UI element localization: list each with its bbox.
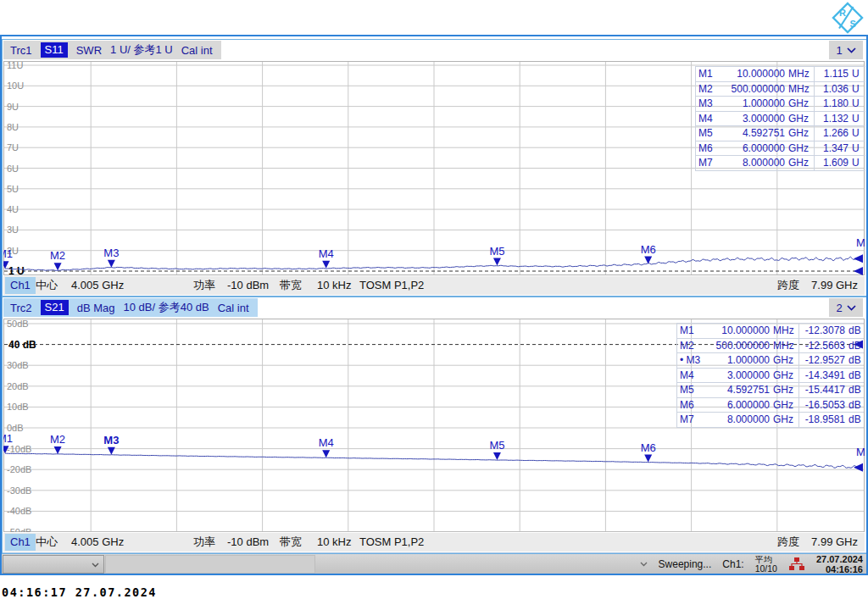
marker-triangle[interactable] [854,463,863,472]
y-axis-tick-label: -50dB [7,527,31,532]
marker-table-row: M110.000000MHz-12.3078dB [677,324,864,339]
marker-table-row: M31.000000GHz1.180U [696,97,865,112]
channel2-bar: Ch1 中心 4.005 GHz 功率 -10 dBm 带宽 10 kHz TO… [3,533,865,552]
status-bar: Sweeping... Ch1: 平均 10/10 27.07.2024 04:… [2,552,866,574]
marker-label: M6 [641,441,656,454]
marker-label: M7 [856,446,865,458]
rohde-schwarz-logo: R S [831,1,865,35]
y-axis-tick-label: 3U [7,225,19,235]
window2-number: 2 [836,302,842,314]
ref-level-arrow [854,267,863,275]
marker-table-row: • M31.000000GHz-12.9527dB [677,353,864,369]
marker-label: M1 [3,432,13,445]
marker-label: M3 [103,434,119,446]
window2-selector[interactable]: 2 [829,298,863,317]
trace1-sparam-badge[interactable]: S11 [41,42,68,58]
y-axis-tick-label: 10dB [7,402,29,412]
marker-triangle[interactable] [493,452,501,460]
trace1-name[interactable]: Trc1 [10,44,32,57]
marker-label: M2 [50,433,65,446]
span-label: 跨度 [777,276,799,295]
marker-table-row: M54.592751GHz-15.4417dB [677,383,864,398]
status-panel [105,555,315,574]
marker-triangle[interactable] [108,447,115,455]
marker-triangle[interactable] [644,257,652,264]
marker-label: M5 [489,439,504,452]
y-axis-tick-label: -10dB [7,444,31,454]
marker-label: M6 [641,243,656,256]
status-date: 27.07.2024 [816,554,863,564]
vna-screen: R S Trc1 S11 SWR 1 U/ 参考1 U Cal int 1 11… [0,0,868,610]
marker-table-row: M66.000000GHz1.347U [696,141,865,157]
status-time: 04:16:16 [816,564,863,574]
ref-level-label: 40 dB [8,339,36,351]
marker-table-row: M54.592751GHz1.266U [696,126,865,141]
marker-triangle[interactable] [322,450,330,458]
center-freq-value[interactable]: 4.005 GHz [71,533,124,552]
trace2-cal-state: Cal int [218,302,249,314]
y-axis-tick-label: 10U [7,80,24,91]
marker-triangle[interactable] [54,446,62,454]
y-axis-tick-label: 6U [7,164,19,174]
channel1-bar: Ch1 中心 4.005 GHz 功率 -10 dBm 带宽 10 kHz TO… [3,276,865,295]
trace1-cal-state: Cal int [181,44,213,57]
logo-letter-s: S [850,19,856,29]
marker-triangle[interactable] [108,260,115,268]
chevron-down-icon [847,47,856,53]
logo-letter-r: R [839,8,846,18]
channel-chip[interactable]: Ch1 [5,534,36,551]
marker-table-row: M78.000000GHz-18.9581dB [677,413,864,428]
bandwidth-label: 带宽 [280,533,302,552]
window1-selector[interactable]: 1 [829,41,863,59]
chevron-down-icon[interactable] [640,562,648,567]
span-label: 跨度 [777,533,799,552]
status-channel-label: Ch1: [722,558,743,570]
power-value[interactable]: -10 dBm [227,533,269,552]
trace2-format[interactable]: dB Mag [77,302,115,314]
ref-level-label: 1 U [8,265,25,275]
cal-method-value: TOSM P1,P2 [359,276,424,295]
y-axis-tick-label: 8U [7,122,19,132]
power-value[interactable]: -10 dBm [227,276,269,295]
average-value: 10/10 [755,564,777,574]
marker-triangle[interactable] [493,258,501,266]
marker-table-row: M43.000000GHz-14.3491dB [677,369,864,384]
marker-triangle[interactable] [54,263,62,270]
marker-triangle[interactable] [322,261,330,269]
average-counter: 平均 10/10 [755,555,777,574]
y-axis-tick-label: 20dB [7,381,29,391]
center-freq-value[interactable]: 4.005 GHz [71,276,124,295]
trace2-scale[interactable]: 10 dB/ 参考40 dB [123,300,209,315]
marker-table-row: M66.000000GHz-16.5053dB [677,398,864,413]
marker-table-row: M110.000000MHz1.115U [696,67,865,82]
bandwidth-label: 带宽 [280,276,302,295]
chevron-down-icon [847,305,856,311]
channel-chip[interactable]: Ch1 [5,277,36,294]
trace2-sparam-badge[interactable]: S21 [41,300,69,315]
status-dropdown[interactable] [3,555,104,574]
marker-label: M4 [319,247,334,260]
y-axis-tick-label: 30dB [7,360,29,370]
marker-label: M5 [489,245,504,258]
marker-table-row: M2500.000000MHz1.036U [696,82,865,97]
marker-triangle[interactable] [854,254,863,263]
trace1-format[interactable]: SWR [76,44,102,57]
bandwidth-value[interactable]: 10 kHz [317,533,351,552]
trace1-scale[interactable]: 1 U/ 参考1 U [110,42,173,58]
bandwidth-value[interactable]: 10 kHz [317,276,351,295]
y-axis-tick-label: 50dB [7,319,29,329]
marker-label: M1 [3,247,13,260]
center-freq-label: 中心 [36,533,58,552]
window1-number: 1 [836,44,842,57]
chevron-down-icon [92,563,99,568]
marker-triangle[interactable] [644,455,652,463]
span-value[interactable]: 7.99 GHz [811,533,858,552]
trace2-name[interactable]: Trc2 [10,302,32,314]
trace1-header[interactable]: Trc1 S11 SWR 1 U/ 参考1 U Cal int [3,41,221,59]
y-axis-tick-label: 9U [7,102,19,112]
power-label: 功率 [193,276,215,295]
average-label: 平均 [755,555,777,564]
datetime-display: 27.07.2024 04:16:16 [816,554,863,574]
span-value[interactable]: 7.99 GHz [811,276,858,295]
trace2-header[interactable]: Trc2 S21 dB Mag 10 dB/ 参考40 dB Cal int [3,298,258,317]
